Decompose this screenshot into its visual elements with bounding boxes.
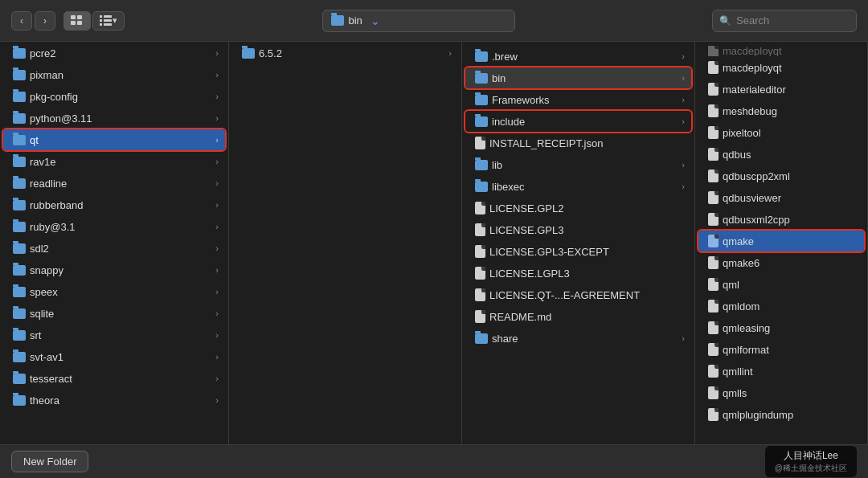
file-icon bbox=[708, 300, 719, 313]
list-item[interactable]: qmleasing bbox=[698, 317, 864, 338]
item-label: theora bbox=[30, 394, 211, 407]
file-icon bbox=[475, 267, 485, 280]
item-label: srt bbox=[30, 329, 211, 341]
file-icon bbox=[708, 83, 719, 96]
column-4: macdeployqtmacdeployqtmaterialeditormesh… bbox=[695, 42, 868, 444]
search-box[interactable]: 🔍 Search bbox=[712, 10, 857, 32]
folder-icon bbox=[475, 95, 488, 105]
list-item[interactable]: LICENSE.LGPL3 bbox=[465, 263, 691, 284]
chevron-right-icon: › bbox=[215, 178, 219, 188]
svg-rect-7 bbox=[104, 19, 112, 22]
folder-icon bbox=[13, 308, 26, 319]
list-item[interactable]: bin› bbox=[465, 67, 691, 88]
list-item[interactable]: libexec› bbox=[465, 176, 691, 197]
folder-icon bbox=[475, 73, 488, 84]
list-item[interactable]: qdbusviewer bbox=[698, 187, 864, 208]
file-icon bbox=[708, 148, 719, 161]
chevron-right-icon: › bbox=[682, 182, 685, 191]
list-item[interactable]: qdbusxml2cpp bbox=[698, 209, 864, 230]
folder-icon bbox=[475, 51, 488, 62]
chevron-right-icon: › bbox=[215, 374, 219, 383]
list-item[interactable]: rav1e› bbox=[3, 151, 225, 172]
list-item[interactable]: macdeployqt bbox=[698, 46, 864, 56]
search-icon: 🔍 bbox=[719, 15, 731, 27]
folder-icon bbox=[13, 395, 26, 406]
item-label: pcre2 bbox=[30, 47, 211, 59]
file-icon bbox=[475, 245, 485, 258]
list-item[interactable]: theora› bbox=[3, 390, 225, 411]
chevron-right-icon: › bbox=[215, 157, 219, 166]
list-item[interactable]: qmake6 bbox=[698, 252, 864, 273]
item-label: qmlplugindump bbox=[723, 409, 858, 421]
item-label: tesseract bbox=[30, 373, 211, 385]
list-item[interactable]: qmldom bbox=[698, 296, 864, 317]
item-label: pixman bbox=[30, 69, 211, 81]
back-button[interactable]: ‹ bbox=[11, 11, 32, 31]
list-item[interactable]: materialeditor bbox=[698, 79, 864, 100]
folder-icon bbox=[13, 243, 26, 254]
list-item[interactable]: qmake bbox=[698, 231, 864, 251]
list-item[interactable]: pixeltool bbox=[698, 122, 864, 143]
chevron-right-icon: › bbox=[215, 243, 219, 253]
file-icon bbox=[475, 223, 485, 236]
list-item[interactable]: LICENSE.GPL3 bbox=[465, 219, 691, 240]
folder-icon bbox=[13, 157, 26, 167]
list-item[interactable]: pixman› bbox=[3, 64, 225, 85]
item-label: macdeployqt bbox=[723, 46, 858, 56]
folder-icon bbox=[13, 287, 26, 297]
list-item[interactable]: svt-av1› bbox=[3, 346, 225, 367]
list-item[interactable]: readline› bbox=[3, 173, 225, 194]
list-item[interactable]: qmlplugindump bbox=[698, 404, 864, 425]
list-item[interactable]: sdl2› bbox=[3, 238, 225, 259]
list-item[interactable]: 6.5.2› bbox=[232, 43, 458, 63]
file-icon bbox=[708, 104, 719, 117]
list-item[interactable]: share› bbox=[465, 328, 691, 349]
list-item[interactable]: lib› bbox=[465, 154, 691, 175]
list-item[interactable]: speex› bbox=[3, 281, 225, 302]
list-item[interactable]: rubberband› bbox=[3, 194, 225, 215]
chevron-right-icon: › bbox=[215, 222, 219, 231]
file-icon bbox=[708, 191, 719, 204]
item-label: materialeditor bbox=[723, 84, 858, 96]
list-item[interactable]: include› bbox=[465, 111, 691, 132]
forward-button[interactable]: › bbox=[35, 11, 55, 31]
list-item[interactable]: .brew› bbox=[465, 46, 691, 67]
list-item[interactable]: INSTALL_RECEIPT.json bbox=[465, 133, 691, 153]
list-item[interactable]: qml bbox=[698, 274, 864, 295]
list-item[interactable]: meshdebug bbox=[698, 100, 864, 121]
list-item[interactable]: qmlls bbox=[698, 382, 864, 403]
icon-view-button[interactable] bbox=[63, 11, 91, 31]
list-item[interactable]: macdeployqt bbox=[698, 57, 864, 78]
list-item[interactable]: qmllint bbox=[698, 361, 864, 382]
folder-icon bbox=[13, 374, 26, 384]
search-placeholder: Search bbox=[736, 14, 769, 27]
list-item[interactable]: qdbus bbox=[698, 144, 864, 165]
list-item[interactable]: srt› bbox=[3, 325, 225, 345]
list-item[interactable]: README.md bbox=[465, 306, 691, 327]
bottom-bar: New Folder 人目神话Lee @稀土掘金技术社区 bbox=[0, 444, 868, 478]
list-item[interactable]: LICENSE.QT-...E-AGREEMENT bbox=[465, 284, 691, 305]
list-view-button[interactable]: ▾ bbox=[92, 11, 125, 31]
folder-icon bbox=[13, 265, 26, 276]
file-icon bbox=[708, 365, 719, 378]
chevron-right-icon: › bbox=[448, 48, 452, 58]
chevron-right-icon: › bbox=[215, 352, 219, 362]
folder-icon bbox=[475, 333, 488, 344]
list-item[interactable]: pcre2› bbox=[3, 43, 225, 63]
list-item[interactable]: LICENSE.GPL2 bbox=[465, 198, 691, 219]
list-item[interactable]: Frameworks› bbox=[465, 89, 691, 110]
list-item[interactable]: python@3.11› bbox=[3, 108, 225, 129]
list-item[interactable]: pkg-config› bbox=[3, 86, 225, 107]
list-item[interactable]: sqlite› bbox=[3, 303, 225, 324]
list-item[interactable]: tesseract› bbox=[3, 368, 225, 389]
item-label: bin bbox=[492, 72, 678, 84]
path-display[interactable]: bin ⌄ bbox=[322, 10, 515, 32]
chevron-right-icon: › bbox=[215, 265, 219, 275]
list-item[interactable]: snappy› bbox=[3, 259, 225, 280]
list-item[interactable]: ruby@3.1› bbox=[3, 216, 225, 237]
list-item[interactable]: qt› bbox=[3, 129, 225, 150]
new-folder-button[interactable]: New Folder bbox=[11, 451, 88, 472]
list-item[interactable]: qmlformat bbox=[698, 339, 864, 360]
list-item[interactable]: qdbuscpp2xml bbox=[698, 165, 864, 186]
list-item[interactable]: LICENSE.GPL3-EXCEPT bbox=[465, 241, 691, 262]
